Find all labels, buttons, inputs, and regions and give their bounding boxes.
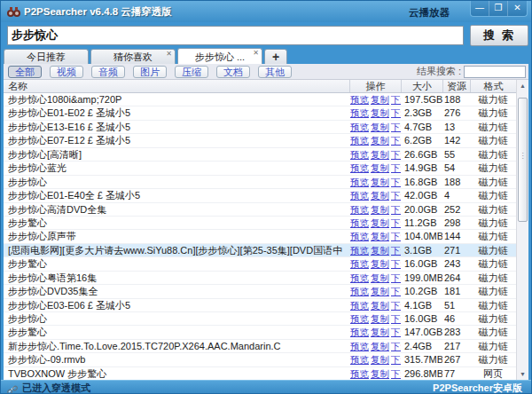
filter-button-2[interactable]: 音频 (91, 66, 125, 78)
table-row[interactable]: 步步惊心E03-E06 £ 圣城小5预览复制下载4.1GB51磁力链 (4, 299, 516, 312)
download-link[interactable]: 下载 (391, 300, 401, 311)
preview-link[interactable]: 预览 (350, 190, 369, 201)
table-row[interactable]: 步步惊心[高清晰]预览复制下载26.6GB55磁力链 (4, 148, 516, 162)
table-row[interactable]: 步步惊心预览复制下载16.8GB188磁力链 (4, 176, 516, 189)
copy-link[interactable]: 复制 (371, 122, 389, 132)
download-link[interactable]: 下载 (391, 190, 401, 201)
table-row[interactable]: 步步惊心蓝光预览复制下载14.9GB54磁力链 (4, 162, 516, 175)
copy-link[interactable]: 复制 (371, 231, 389, 241)
preview-link[interactable]: 预览 (350, 327, 369, 337)
copy-link[interactable]: 复制 (371, 107, 389, 118)
download-link[interactable]: 下载 (391, 313, 401, 324)
download-link[interactable]: 下载 (391, 286, 401, 296)
table-row[interactable]: 步步惊心-09.rmvb预览复制下载315.7MB267磁力链 (4, 353, 516, 366)
copy-link[interactable]: 复制 (371, 368, 389, 379)
table-row[interactable]: 步步驚心预览复制下载11.2GB298磁力链 (4, 217, 516, 230)
preview-link[interactable]: 预览 (350, 162, 369, 173)
scroll-thumb[interactable]: ⋮ (518, 98, 528, 222)
copy-link[interactable]: 复制 (371, 354, 389, 365)
filter-button-5[interactable]: 文档 (216, 66, 250, 78)
tab-0[interactable]: 今日推荐 (4, 49, 89, 64)
copy-link[interactable]: 复制 (371, 272, 389, 283)
vertical-scrollbar[interactable]: ▲ ⋮ ▼ (516, 80, 528, 380)
table-row[interactable]: 步步惊心原声带预览复制下载104.0MB144磁力链 (4, 230, 516, 243)
table-row[interactable]: TVBOXNOW 步步驚心预览复制下载296.8MB77网页 (4, 367, 516, 380)
download-link[interactable]: 下载 (391, 245, 401, 256)
table-row[interactable]: 步步惊心E13-E16 £ 圣城小5预览复制下载4.7GB13磁力链 (4, 121, 516, 134)
download-link[interactable]: 下载 (391, 204, 401, 215)
column-header-1[interactable]: 操作 (349, 80, 401, 92)
table-row[interactable]: 步步惊心1080i&amp;720P预览复制下载197.5GB188磁力链 (4, 93, 516, 106)
new-tab-button[interactable]: + (264, 49, 287, 64)
preview-link[interactable]: 预览 (350, 122, 369, 132)
download-link[interactable]: 下载 (391, 258, 401, 269)
maximize-button[interactable]: ❐ (489, 1, 508, 16)
copy-link[interactable]: 复制 (371, 217, 389, 228)
copy-link[interactable]: 复制 (371, 286, 389, 296)
filter-button-0[interactable]: 全部 (8, 66, 42, 78)
copy-link[interactable]: 复制 (371, 313, 389, 324)
close-button[interactable]: ✕ (508, 1, 527, 16)
preview-link[interactable]: 预览 (350, 300, 369, 311)
download-link[interactable]: 下载 (391, 368, 401, 379)
download-link[interactable]: 下载 (391, 122, 401, 132)
preview-link[interactable]: 预览 (350, 272, 369, 283)
copy-link[interactable]: 复制 (371, 204, 389, 215)
download-link[interactable]: 下载 (391, 177, 401, 187)
result-search-input[interactable] (464, 66, 526, 78)
tab-2[interactable]: 步步惊心 ...✕ (177, 48, 262, 64)
preview-link[interactable]: 预览 (350, 245, 369, 256)
table-row[interactable]: [思雨电影网][更多大片请去www.SiYu88.Cn][步步惊心][第25-3… (4, 244, 516, 257)
android-version-link[interactable]: P2PSearcher安卓版 (433, 382, 522, 394)
table-row[interactable]: 新步步惊心.Time.To.Love.2015.TC720P.X264.AAC.… (4, 340, 516, 353)
cloud-player-label[interactable]: 云播放器 (409, 6, 450, 20)
minimize-button[interactable]: — (471, 1, 489, 16)
table-row[interactable]: 步步惊心E01-E02 £ 圣城小5预览复制下载2.3GB276磁力链 (4, 106, 516, 120)
preview-link[interactable]: 预览 (350, 135, 369, 146)
tab-close-icon[interactable]: ✕ (166, 50, 172, 59)
table-row[interactable]: 步步驚心预览复制下载147.0GB283磁力链 (4, 326, 516, 339)
copy-link[interactable]: 复制 (371, 245, 389, 256)
copy-link[interactable]: 复制 (371, 162, 389, 173)
scroll-up-icon[interactable]: ▲ (517, 80, 528, 91)
copy-link[interactable]: 复制 (371, 135, 389, 146)
preview-link[interactable]: 预览 (350, 217, 369, 228)
preview-link[interactable]: 预览 (350, 368, 369, 379)
download-link[interactable]: 下载 (391, 217, 401, 228)
copy-link[interactable]: 复制 (371, 149, 389, 160)
preview-link[interactable]: 预览 (350, 313, 369, 324)
preview-link[interactable]: 预览 (350, 231, 369, 241)
table-row[interactable]: 步步惊心粤语第16集预览复制下载199.0MB264磁力链 (4, 272, 516, 285)
filter-button-3[interactable]: 图片 (133, 66, 167, 78)
column-header-0[interactable]: 名称 (4, 80, 349, 92)
preview-link[interactable]: 预览 (350, 177, 369, 187)
table-row[interactable]: 步步驚心预览复制下载16.0GB243磁力链 (4, 257, 516, 271)
download-link[interactable]: 下载 (391, 327, 401, 337)
download-link[interactable]: 下载 (391, 354, 401, 365)
copy-link[interactable]: 复制 (371, 258, 389, 269)
search-button[interactable]: 搜 索 (470, 25, 528, 46)
copy-link[interactable]: 复制 (371, 327, 389, 337)
tab-1[interactable]: 猜你喜欢✕ (90, 49, 176, 64)
column-header-4[interactable]: 格式 (470, 80, 516, 92)
preview-link[interactable]: 预览 (350, 286, 369, 296)
preview-link[interactable]: 预览 (350, 258, 369, 269)
scroll-down-icon[interactable]: ▼ (517, 368, 528, 380)
table-row[interactable]: 步步惊心E07-E12 £ 圣城小5预览复制下载6.2GB142磁力链 (4, 134, 516, 147)
table-row[interactable]: 步步惊心DVD35集全预览复制下载10.2GB181磁力链 (4, 285, 516, 298)
filter-button-4[interactable]: 压缩 (175, 66, 208, 78)
copy-link[interactable]: 复制 (371, 300, 389, 311)
preview-link[interactable]: 预览 (350, 149, 369, 160)
filter-button-1[interactable]: 视频 (50, 66, 83, 78)
copy-link[interactable]: 复制 (371, 341, 389, 351)
column-header-2[interactable]: 大小 (401, 80, 442, 92)
table-row[interactable]: 步步惊心E01-E40全 £ 圣城小5预览复制下载42.0GB4磁力链 (4, 189, 516, 202)
preview-link[interactable]: 预览 (350, 204, 369, 215)
preview-link[interactable]: 预览 (350, 94, 369, 105)
download-link[interactable]: 下载 (391, 162, 401, 173)
copy-link[interactable]: 复制 (371, 190, 389, 201)
copy-link[interactable]: 复制 (371, 177, 389, 187)
download-link[interactable]: 下载 (391, 341, 401, 351)
preview-link[interactable]: 预览 (350, 354, 369, 365)
tab-close-icon[interactable]: ✕ (253, 49, 259, 58)
